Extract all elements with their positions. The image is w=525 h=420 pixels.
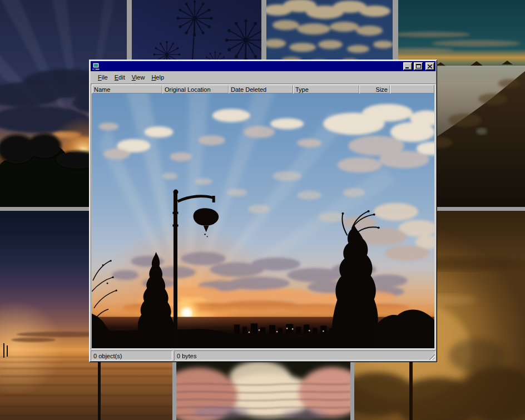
column-header-date-deleted[interactable]: Date Deleted (229, 85, 293, 93)
streetlamp-sunset-photo[interactable] (92, 93, 434, 348)
minimize-button[interactable] (403, 62, 412, 70)
computer-icon (92, 62, 100, 71)
menu-view[interactable]: View (128, 73, 148, 82)
statusbar: 0 object(s) 0 bytes (91, 350, 435, 360)
recycle-bin-window: File Edit View Help Name Original Locati… (89, 60, 437, 362)
column-header-original-location[interactable]: Original Location (162, 85, 229, 93)
column-header-type[interactable]: Type (293, 85, 359, 93)
maximize-icon (416, 64, 421, 68)
menu-file[interactable]: File (95, 73, 111, 82)
close-button[interactable] (425, 62, 434, 70)
column-header-filler (390, 85, 434, 93)
column-header-name[interactable]: Name (92, 85, 162, 93)
titlebar[interactable] (91, 61, 435, 71)
status-size-text: 0 bytes (177, 353, 196, 359)
file-list: Name Original Location Date Deleted Type… (91, 83, 435, 349)
minimize-icon (405, 65, 410, 68)
column-header-size[interactable]: Size (359, 85, 390, 93)
screen: File Edit View Help Name Original Locati… (0, 0, 525, 420)
menubar: File Edit View Help (91, 71, 435, 83)
status-size: 0 bytes (174, 350, 435, 360)
status-object-count: 0 object(s) (91, 350, 172, 360)
resize-grip[interactable] (428, 353, 435, 360)
close-icon (428, 65, 432, 68)
menu-help[interactable]: Help (148, 73, 167, 82)
menu-edit[interactable]: Edit (111, 73, 128, 82)
column-header-row: Name Original Location Date Deleted Type… (92, 85, 434, 93)
maximize-button[interactable] (414, 62, 423, 70)
